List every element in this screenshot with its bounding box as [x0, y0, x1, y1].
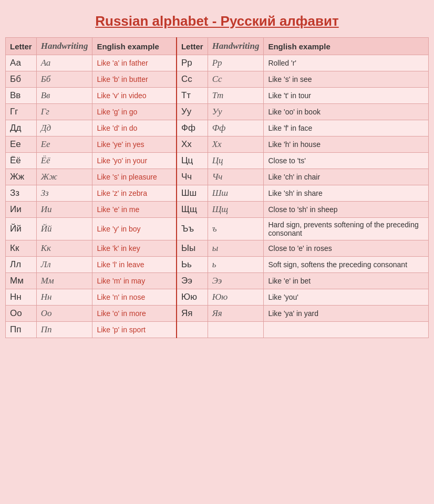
- letter-right: Рр: [177, 55, 208, 71]
- example-left: Like 'v' in video: [92, 88, 177, 104]
- letter-left: Гг: [6, 104, 37, 120]
- letter-left: Пп: [6, 322, 37, 338]
- handwriting-left: Дд: [36, 120, 92, 136]
- table-row: Ее Ее Like 'ye' in yes Хх Хх Like 'h' in…: [6, 136, 429, 153]
- handwriting-left: Мм: [36, 273, 92, 289]
- handwriting-right: Рр: [208, 55, 264, 71]
- letter-right: Ьь: [177, 257, 208, 273]
- example-left: Like 'yo' in your: [92, 153, 177, 169]
- handwriting-left: Зз: [36, 185, 92, 202]
- example-right: Close to 'e' in roses: [264, 240, 429, 257]
- example-left: Like 'e' in me: [92, 202, 177, 218]
- example-right: Like 'oo' in book: [264, 104, 429, 120]
- example-left: Like 'n' in nose: [92, 289, 177, 306]
- handwriting-right: Юю: [208, 289, 264, 306]
- handwriting-right: [208, 322, 264, 338]
- handwriting-right: Уу: [208, 104, 264, 120]
- table-row: Кк Кк Like 'k' in key Ыы ы Close to 'e' …: [6, 240, 429, 257]
- letter-left: Оо: [6, 306, 37, 322]
- example-right: Rolled 'r': [264, 55, 429, 71]
- handwriting-right: Сс: [208, 71, 264, 88]
- handwriting-right: Яя: [208, 306, 264, 322]
- example-left: Like 'ye' in yes: [92, 136, 177, 153]
- handwriting-left: Жж: [36, 169, 92, 185]
- example-left: Like 's' in pleasure: [92, 169, 177, 185]
- handwriting-right: Тт: [208, 88, 264, 104]
- letter-left: Зз: [6, 185, 37, 202]
- alphabet-table: Letter Handwriting English example Lette…: [5, 37, 429, 338]
- letter-right: [177, 322, 208, 338]
- letter-left: Нн: [6, 289, 37, 306]
- table-row: Вв Вв Like 'v' in video Тт Тт Like 't' i…: [6, 88, 429, 104]
- handwriting-right: ы: [208, 240, 264, 257]
- handwriting-left: Гг: [36, 104, 92, 120]
- letter-left: Ии: [6, 202, 37, 218]
- letter-left: Мм: [6, 273, 37, 289]
- example-left: Like 'o' in more: [92, 306, 177, 322]
- letter-right: Ыы: [177, 240, 208, 257]
- handwriting-right: Хх: [208, 136, 264, 153]
- letter-right: Юю: [177, 289, 208, 306]
- handwriting-left: Бб: [36, 71, 92, 88]
- table-row: Ии Ии Like 'e' in me Щщ Щщ Close to 'sh'…: [6, 202, 429, 218]
- handwriting-left: Оо: [36, 306, 92, 322]
- header-letter-right: Letter: [177, 38, 208, 55]
- handwriting-right: ь: [208, 257, 264, 273]
- table-row: Жж Жж Like 's' in pleasure Чч Чч Like 'c…: [6, 169, 429, 185]
- table-row: Бб Бб Like 'b' in butter Сс Сс Like 's' …: [6, 71, 429, 88]
- table-row: Пп Пп Like 'p' in sport: [6, 322, 429, 338]
- handwriting-right: Цц: [208, 153, 264, 169]
- example-right: Like 't' in tour: [264, 88, 429, 104]
- example-right: Like 's' in see: [264, 71, 429, 88]
- example-left: Like 'l' in leave: [92, 257, 177, 273]
- letter-right: Шш: [177, 185, 208, 202]
- handwriting-right: ъ: [208, 218, 264, 240]
- example-right: Like 'h' in house: [264, 136, 429, 153]
- example-right: Like 'f' in face: [264, 120, 429, 136]
- letter-left: Йй: [6, 218, 37, 240]
- page-title: Russian alphabet - Русский алфавит: [5, 5, 429, 35]
- handwriting-left: Лл: [36, 257, 92, 273]
- handwriting-left: Кк: [36, 240, 92, 257]
- header-letter-left: Letter: [6, 38, 37, 55]
- table-row: Аа Аа Like 'a' in father Рр Рр Rolled 'r…: [6, 55, 429, 71]
- example-right: Like 'sh' in share: [264, 185, 429, 202]
- handwriting-right: Шш: [208, 185, 264, 202]
- table-row: Ёё Ёё Like 'yo' in your Цц Цц Close to '…: [6, 153, 429, 169]
- letter-right: Уу: [177, 104, 208, 120]
- letter-left: Вв: [6, 88, 37, 104]
- example-left: Like 'g' in go: [92, 104, 177, 120]
- handwriting-left: Ёё: [36, 153, 92, 169]
- example-left: Like 'y' in boy: [92, 218, 177, 240]
- letter-left: Дд: [6, 120, 37, 136]
- example-right: Close to 'ts': [264, 153, 429, 169]
- letter-left: Аа: [6, 55, 37, 71]
- handwriting-left: Пп: [36, 322, 92, 338]
- letter-left: Кк: [6, 240, 37, 257]
- letter-right: Ээ: [177, 273, 208, 289]
- example-left: Like 'z' in zebra: [92, 185, 177, 202]
- handwriting-right: Фф: [208, 120, 264, 136]
- letter-right: Сс: [177, 71, 208, 88]
- header-handwriting-right: Handwriting: [208, 38, 264, 55]
- letter-left: Ее: [6, 136, 37, 153]
- handwriting-left: Ее: [36, 136, 92, 153]
- header-example-left: English example: [92, 38, 177, 55]
- letter-right: Яя: [177, 306, 208, 322]
- handwriting-right: Ээ: [208, 273, 264, 289]
- table-header-row: Letter Handwriting English example Lette…: [6, 38, 429, 55]
- header-example-right: English example: [264, 38, 429, 55]
- letter-right: Цц: [177, 153, 208, 169]
- handwriting-left: Вв: [36, 88, 92, 104]
- table-row: Лл Лл Like 'l' in leave Ьь ь Soft sign, …: [6, 257, 429, 273]
- example-right: Like 'you': [264, 289, 429, 306]
- example-left: Like 'p' in sport: [92, 322, 177, 338]
- letter-left: Бб: [6, 71, 37, 88]
- example-right: Close to 'sh' in sheep: [264, 202, 429, 218]
- table-row: Зз Зз Like 'z' in zebra Шш Шш Like 'sh' …: [6, 185, 429, 202]
- header-handwriting-left: Handwriting: [36, 38, 92, 55]
- example-right: Like 'ya' in yard: [264, 306, 429, 322]
- handwriting-left: Аа: [36, 55, 92, 71]
- example-left: Like 'a' in father: [92, 55, 177, 71]
- table-row: Нн Нн Like 'n' in nose Юю Юю Like 'you': [6, 289, 429, 306]
